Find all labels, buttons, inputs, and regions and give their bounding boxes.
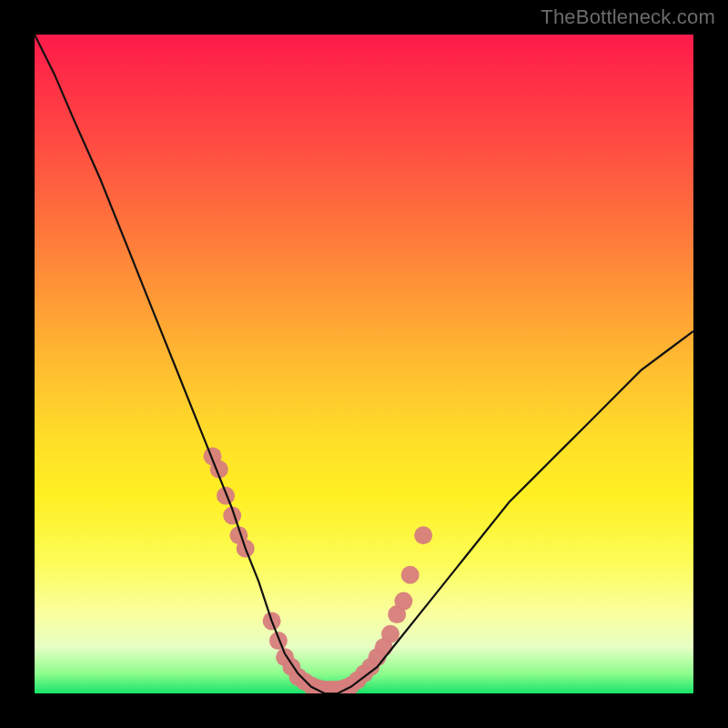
watermark-text: TheBottleneck.com xyxy=(541,5,715,29)
chart-stage: TheBottleneck.com xyxy=(0,0,728,728)
plot-background-gradient xyxy=(35,35,693,693)
